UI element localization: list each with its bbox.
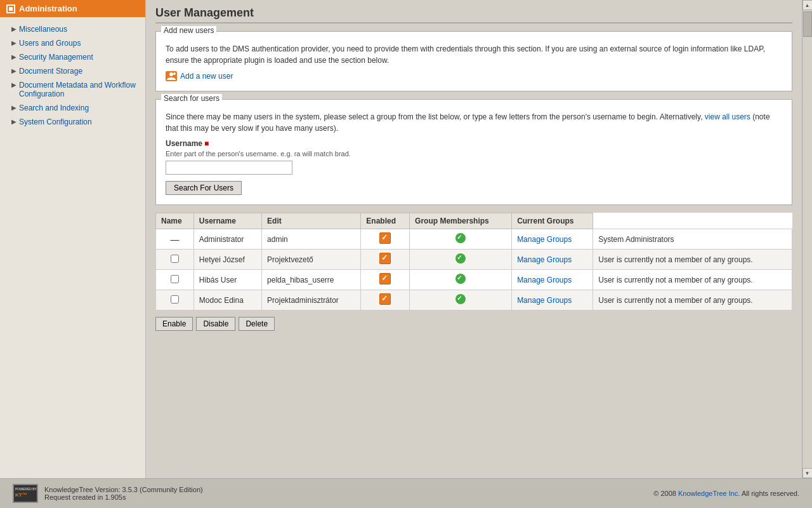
svg-text:KT™: KT™ xyxy=(15,492,27,498)
footer-version-info: KnowledgeTree Version: 3.5.3 (Community … xyxy=(44,486,203,501)
row-3-username: Projektadminisztrátor xyxy=(262,290,361,311)
col-header-username: Username xyxy=(193,213,261,229)
arrow-icon-4: ▶ xyxy=(11,81,16,88)
sidebar-label-3: Document Storage xyxy=(19,67,82,76)
table-row: Hetyei József Projektvezető Manage Group… xyxy=(156,250,792,270)
required-indicator: ■ xyxy=(204,139,209,148)
version-line2: Request created in 1.905s xyxy=(44,493,203,501)
sidebar-title: Administration xyxy=(19,4,77,13)
no-checkbox-dash: — xyxy=(170,234,179,244)
row-1-manage-groups-cell: Manage Groups xyxy=(512,250,593,270)
kt-inc-link[interactable]: KnowledgeTree Inc. xyxy=(678,490,740,497)
action-buttons-group: Enable Disable Delete xyxy=(155,317,792,331)
disable-button[interactable]: Disable xyxy=(196,317,235,331)
row-1-enabled-cell xyxy=(410,250,512,270)
view-all-users-link[interactable]: view all users xyxy=(705,112,750,121)
kt-logo: POWERED BY KT™ xyxy=(13,484,38,503)
sidebar-item-security[interactable]: ▶ Security Management xyxy=(0,50,145,64)
row-2-enabled-cell xyxy=(410,270,512,290)
arrow-icon-1: ▶ xyxy=(11,39,16,46)
scroll-track xyxy=(802,10,812,468)
row-3-name: Modoc Edina xyxy=(193,290,261,311)
sidebar-nav: ▶ Miscellaneous ▶ Users and Groups ▶ Sec… xyxy=(0,17,145,134)
table-row: — Administrator admin Manage Groups xyxy=(156,229,792,250)
row-2-manage-groups-cell: Manage Groups xyxy=(512,270,593,290)
col-header-name: Name xyxy=(156,213,194,229)
manage-groups-link-2[interactable]: Manage Groups xyxy=(517,276,572,284)
arrow-icon-2: ▶ xyxy=(11,53,16,60)
rights-text: All rights reserved. xyxy=(742,490,799,497)
sidebar-item-document-storage[interactable]: ▶ Document Storage xyxy=(0,64,145,78)
scrollbar[interactable]: ▲ ▼ xyxy=(802,0,812,478)
row-1-username: Projektvezető xyxy=(262,250,361,270)
sidebar-item-users-groups[interactable]: ▶ Users and Groups xyxy=(0,36,145,50)
row-3-enabled-cell xyxy=(410,290,512,311)
delete-button[interactable]: Delete xyxy=(239,317,275,331)
row-2-current-groups: User is currently not a member of any gr… xyxy=(593,270,792,290)
col-header-enabled: Enabled xyxy=(361,213,410,229)
row-0-edit-cell xyxy=(361,229,410,250)
version-line1: KnowledgeTree Version: 3.5.3 (Community … xyxy=(44,486,203,493)
kt-logo-box: POWERED BY KT™ xyxy=(13,484,38,503)
manage-groups-link-0[interactable]: Manage Groups xyxy=(517,235,572,244)
table-header: Name Username Edit Enabled Group Members… xyxy=(156,213,792,229)
row-3-checkbox[interactable] xyxy=(171,295,179,304)
sidebar-label-1: Users and Groups xyxy=(19,39,81,48)
search-users-panel: Search for users Since there may be many… xyxy=(155,99,792,205)
edit-check-icon-3[interactable] xyxy=(379,293,391,305)
copyright-text: © 2008 xyxy=(653,490,676,497)
page-wrapper: Administration ▶ Miscellaneous ▶ Users a… xyxy=(0,0,812,508)
search-description: Since there may be many users in the sys… xyxy=(166,111,782,134)
username-search-input[interactable] xyxy=(166,161,292,175)
enabled-icon-1 xyxy=(455,253,466,264)
scroll-down-arrow[interactable]: ▼ xyxy=(802,468,813,478)
row-0-name: Administrator xyxy=(193,229,261,250)
add-users-panel: Add new users To add users to the DMS au… xyxy=(155,31,792,91)
add-new-user-link[interactable]: Add a new user xyxy=(166,71,782,81)
arrow-icon-3: ▶ xyxy=(11,67,16,74)
sidebar-label-5: Search and Indexing xyxy=(19,104,89,112)
user-add-icon xyxy=(166,71,177,81)
search-panel-content: Since there may be many users in the sys… xyxy=(166,106,782,195)
row-1-checkbox[interactable] xyxy=(171,255,179,263)
search-users-button[interactable]: Search For Users xyxy=(166,181,242,195)
sidebar-label-2: Security Management xyxy=(19,53,93,62)
col-header-group-memberships: Group Memberships xyxy=(410,213,512,229)
row-3-edit-cell xyxy=(361,290,410,311)
add-user-label: Add a new user xyxy=(180,72,233,81)
sidebar-item-miscellaneous[interactable]: ▶ Miscellaneous xyxy=(0,22,145,36)
edit-check-icon-0[interactable] xyxy=(379,232,391,244)
row-2-name: Hibás User xyxy=(193,270,261,290)
row-2-username: pelda_hibas_userre xyxy=(262,270,361,290)
enable-button[interactable]: Enable xyxy=(155,317,193,331)
svg-point-1 xyxy=(169,72,173,76)
content-area: User Management Add new users To add use… xyxy=(146,0,802,478)
footer-right: © 2008 KnowledgeTree Inc. All rights res… xyxy=(653,490,799,497)
arrow-icon-0: ▶ xyxy=(11,25,16,32)
row-3-manage-groups-cell: Manage Groups xyxy=(512,290,593,311)
row-2-checkbox-cell xyxy=(156,270,194,290)
edit-check-icon-2[interactable] xyxy=(379,273,391,284)
manage-groups-link-1[interactable]: Manage Groups xyxy=(517,255,572,264)
row-2-edit-cell xyxy=(361,270,410,290)
edit-check-icon-1[interactable] xyxy=(379,253,391,264)
page-title: User Management xyxy=(155,6,792,23)
search-panel-legend: Search for users xyxy=(161,94,222,103)
main-area: Administration ▶ Miscellaneous ▶ Users a… xyxy=(0,0,812,478)
footer: POWERED BY KT™ KnowledgeTree Version: 3.… xyxy=(0,478,812,508)
sidebar-item-doc-metadata[interactable]: ▶ Document Metadata and Workflow Configu… xyxy=(0,78,145,101)
sidebar-item-search-indexing[interactable]: ▶ Search and Indexing xyxy=(0,101,145,115)
sidebar: Administration ▶ Miscellaneous ▶ Users a… xyxy=(0,0,146,478)
scroll-up-arrow[interactable]: ▲ xyxy=(802,0,813,10)
row-1-current-groups: User is currently not a member of any gr… xyxy=(593,250,792,270)
row-1-name: Hetyei József xyxy=(193,250,261,270)
scroll-thumb[interactable] xyxy=(803,11,812,37)
sidebar-label-4: Document Metadata and Workflow Configura… xyxy=(19,81,139,98)
search-desc-part1: Since there may be many users in the sys… xyxy=(166,112,702,121)
row-1-checkbox-cell xyxy=(156,250,194,270)
username-hint: Enter part of the person's username. e.g… xyxy=(166,150,782,157)
row-2-checkbox[interactable] xyxy=(171,275,179,283)
sidebar-item-system-config[interactable]: ▶ System Configuration xyxy=(0,115,145,129)
sidebar-header: Administration xyxy=(0,0,145,17)
manage-groups-link-3[interactable]: Manage Groups xyxy=(517,296,572,305)
